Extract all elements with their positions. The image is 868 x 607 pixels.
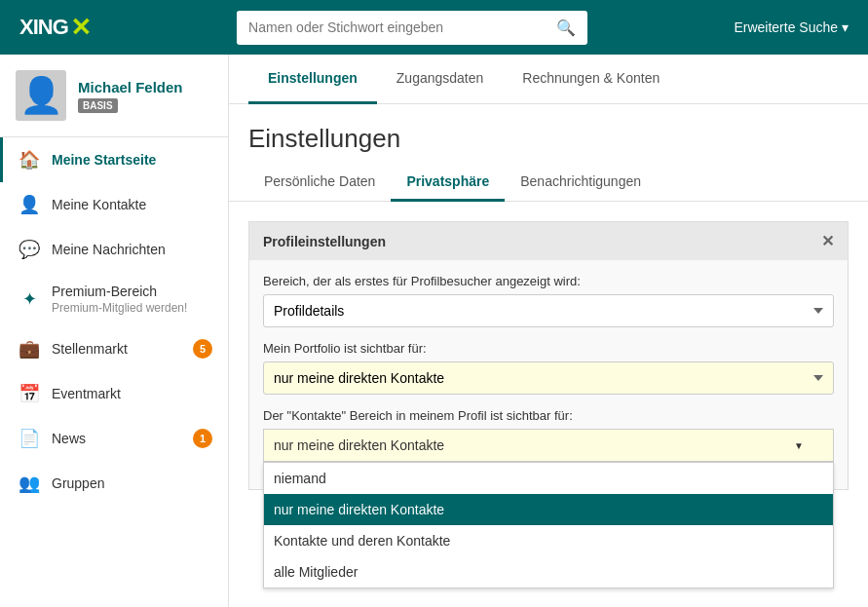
logo-text: XING xyxy=(19,15,68,40)
sidebar-item-label: Meine Startseite xyxy=(52,152,212,168)
kontakte-bereich-value: nur meine direkten Kontakte xyxy=(274,437,444,453)
advanced-search-button[interactable]: Erweiterte Suche ▾ xyxy=(734,19,849,35)
dropdown-option-kontakte-deren[interactable]: Kontakte und deren Kontakte xyxy=(264,525,833,556)
sidebar-item-gruppen[interactable]: 👥 Gruppen xyxy=(0,461,228,506)
close-button[interactable]: ✕ xyxy=(821,232,834,250)
settings-card-body: Bereich, der als erstes für Profilbesuch… xyxy=(249,260,848,489)
settings-card-header: Profileinstellungen ✕ xyxy=(249,222,848,260)
tab-privatsphaere[interactable]: Privatsphäre xyxy=(391,164,505,202)
sidebar-item-label: News xyxy=(52,431,181,446)
sidebar-item-eventmarkt[interactable]: 📅 Eventmarkt xyxy=(0,371,228,416)
events-icon: 📅 xyxy=(19,383,40,404)
news-badge: 1 xyxy=(193,429,212,448)
sub-tabs: Persönliche Daten Privatsphäre Benachric… xyxy=(229,164,868,202)
jobs-icon: 💼 xyxy=(19,338,40,360)
sidebar-item-label: Meine Nachrichten xyxy=(52,242,212,257)
logo-x-icon: ✕ xyxy=(70,13,91,43)
header: XING ✕ 🔍 Erweiterte Suche ▾ xyxy=(0,0,868,55)
main-content: Einstellungen Zugangsdaten Rechnungen & … xyxy=(229,55,868,607)
search-input[interactable] xyxy=(237,12,545,43)
sidebar-item-label: Eventmarkt xyxy=(52,386,212,401)
chevron-down-icon: ▾ xyxy=(842,19,849,35)
field-kontakte-bereich: Der "Kontakte" Bereich in meinem Profil … xyxy=(263,408,834,462)
tab-rechnungen[interactable]: Rechnungen & Konten xyxy=(503,55,679,104)
kontakte-bereich-select-trigger[interactable]: nur meine direkten Kontakte ▼ xyxy=(263,429,834,462)
field-portfolio-label: Mein Portfolio ist sichtbar für: xyxy=(263,341,834,356)
home-icon: 🏠 xyxy=(19,149,40,171)
bereich-select[interactable]: Profildetails xyxy=(263,294,834,327)
premium-icon: ✦ xyxy=(19,288,40,310)
field-portfolio: Mein Portfolio ist sichtbar für: niemand… xyxy=(263,341,834,395)
settings-card-title: Profileinstellungen xyxy=(263,234,386,249)
news-icon: 📄 xyxy=(19,428,40,449)
sidebar-item-startseite[interactable]: 🏠 Meine Startseite xyxy=(0,137,228,182)
search-bar: 🔍 xyxy=(237,11,587,45)
avatar: 👤 xyxy=(16,70,66,121)
profile-badge: BASIS xyxy=(78,98,118,113)
tab-persoenliche-daten[interactable]: Persönliche Daten xyxy=(248,164,391,202)
sidebar-item-kontakte[interactable]: 👤 Meine Kontakte xyxy=(0,182,228,227)
sidebar-item-stellenmarkt[interactable]: 💼 Stellenmarkt 5 xyxy=(0,326,228,371)
contacts-icon: 👤 xyxy=(19,194,40,215)
search-button[interactable]: 🔍 xyxy=(545,11,587,45)
sidebar-item-label: Premium-Bereich Premium-Mitglied werden! xyxy=(52,284,212,315)
field-bereich-label: Bereich, der als erstes für Profilbesuch… xyxy=(263,274,834,288)
field-bereich: Bereich, der als erstes für Profilbesuch… xyxy=(263,274,834,327)
profile-section: 👤 Michael Felden BASIS xyxy=(0,55,228,137)
profile-info: Michael Felden BASIS xyxy=(78,79,212,113)
dropdown-option-direkten[interactable]: nur meine direkten Kontakte xyxy=(264,494,833,525)
sidebar-item-nachrichten[interactable]: 💬 Meine Nachrichten xyxy=(0,227,228,272)
sidebar-item-label: Meine Kontakte xyxy=(52,197,212,212)
settings-card: Profileinstellungen ✕ Bereich, der als e… xyxy=(248,221,849,490)
dropdown-option-alle[interactable]: alle Mitglieder xyxy=(264,556,833,588)
sidebar: 👤 Michael Felden BASIS 🏠 Meine Startseit… xyxy=(0,55,229,607)
sidebar-item-news[interactable]: 📄 News 1 xyxy=(0,416,228,461)
chevron-icon: ▼ xyxy=(794,440,804,451)
top-tabs: Einstellungen Zugangsdaten Rechnungen & … xyxy=(229,55,868,104)
tab-einstellungen[interactable]: Einstellungen xyxy=(248,55,377,104)
field-kontakte-bereich-label: Der "Kontakte" Bereich in meinem Profil … xyxy=(263,408,834,423)
stellenmarkt-badge: 5 xyxy=(193,339,212,359)
groups-icon: 👥 xyxy=(19,473,40,494)
layout: 👤 Michael Felden BASIS 🏠 Meine Startseit… xyxy=(0,55,868,607)
page-title: Einstellungen xyxy=(229,104,868,164)
logo: XING ✕ xyxy=(19,13,91,43)
portfolio-select[interactable]: niemand nur meine direkten Kontakte Kont… xyxy=(263,361,834,395)
dropdown-option-niemand[interactable]: niemand xyxy=(264,463,833,494)
messages-icon: 💬 xyxy=(19,239,40,260)
avatar-icon: 👤 xyxy=(19,75,63,116)
tab-benachrichtigungen[interactable]: Benachrichtigungen xyxy=(505,164,657,202)
tab-zugangsdaten[interactable]: Zugangsdaten xyxy=(377,55,504,104)
profile-name: Michael Felden xyxy=(78,79,212,95)
kontakte-bereich-dropdown: niemand nur meine direkten Kontakte Kont… xyxy=(263,462,834,588)
sidebar-item-label: Stellenmarkt xyxy=(52,341,181,357)
sidebar-item-premium[interactable]: ✦ Premium-Bereich Premium-Mitglied werde… xyxy=(0,272,228,326)
sidebar-item-label: Gruppen xyxy=(52,475,212,491)
